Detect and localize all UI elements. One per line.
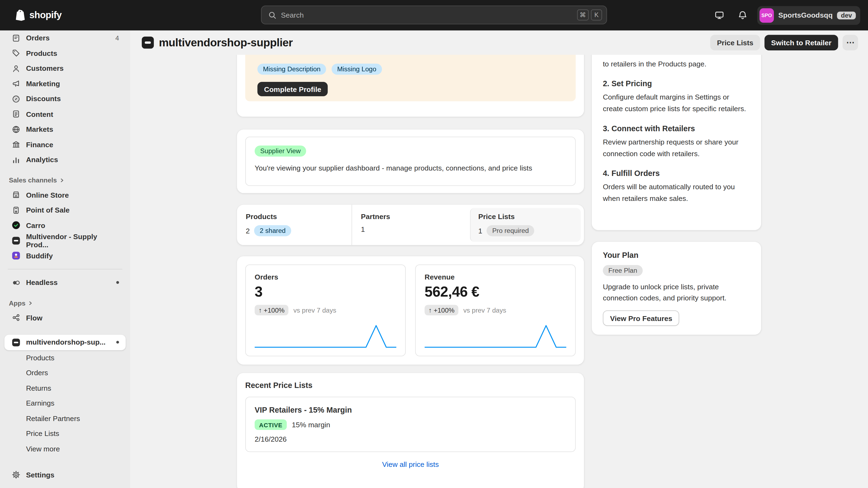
setup-guide-card: to retailers in the Products page. 2. Se… [592,55,761,230]
analytics-bars-icon [11,155,21,165]
orders-metric: Orders 3 ↑ +100% vs prev 7 days [245,265,406,357]
sidebar-item-headless[interactable]: Headless [4,275,126,290]
sidebar-item-label: Multivendor - Supply Prod... [26,232,119,249]
content-doc-icon [11,109,21,119]
notifications-bell-icon[interactable] [734,6,752,24]
sidebar-item-flow[interactable]: Flow [4,310,126,325]
sidebar-item-label: Finance [26,140,53,149]
store-account-chip[interactable]: SPO SportsGoodsqq dev [757,6,860,24]
shopify-bag-icon [14,9,26,22]
complete-profile-button[interactable]: Complete Profile [257,82,328,96]
sidebar-item-markets[interactable]: Markets [4,122,126,137]
sidebar-subitem-retailer-partners[interactable]: Retailer Partners [4,411,126,426]
status-dot [116,281,119,284]
supplier-view-card: Supplier View You're viewing your suppli… [237,130,584,193]
sidebar-item-multivendor-channel[interactable]: Multivendor - Supply Prod... [4,233,126,248]
sidebar-subitem-orders[interactable]: Orders [4,365,126,380]
stat-partners-value: 1 [361,225,365,234]
store-avatar: SPO [760,8,774,23]
stat-products-value: 2 [246,227,250,235]
missing-description-badge: Missing Description [257,64,326,75]
sidebar-item-label: Point of Sale [26,206,70,215]
sidebar-item-customers[interactable]: Customers [4,61,126,76]
search-placeholder: Search [281,11,575,19]
page-header: multivendorshop-supplier Price Lists Swi… [130,30,868,55]
price-list-margin: 15% margin [292,421,330,429]
sidebar-item-content[interactable]: Content [4,106,126,122]
topbar-right: SPO SportsGoodsqq dev [711,6,860,24]
setup-step2-text: Configure default margins in Settings or… [603,92,750,115]
dev-badge: dev [837,11,856,19]
sidebar-subitem-price-lists[interactable]: Price Lists [4,426,126,441]
sidebar-item-discounts[interactable]: Discounts [4,91,126,106]
chevron-right-icon [60,178,64,183]
sidebar-subitem-returns[interactable]: Returns [4,380,126,395]
sidebar-divider [8,269,122,269]
topbar: shopify Search ⌘ K SPO SportsGoodsqq dev [0,0,868,30]
sidebar-item-label: Carro [26,221,45,230]
plan-description: Upgrade to unlock price lists, private c… [603,282,750,304]
setup-step3-title: 3. Connect with Retailers [603,123,750,133]
multivendor-app-icon [11,236,21,246]
header-actions: Price Lists Switch to Retailer ⋯ [710,35,858,51]
sidebar-item-analytics[interactable]: Analytics [4,152,126,167]
carro-app-icon [11,221,21,230]
apps-section-header[interactable]: Apps [9,299,121,307]
store-name: SportsGoodsqq [778,11,833,20]
your-plan-title: Your Plan [603,251,750,259]
sidebar-subitem-earnings[interactable]: Earnings [4,395,126,411]
sidebar-item-label: Online Store [26,191,69,199]
shopify-wordmark: shopify [29,10,62,21]
sidebar-nav: Orders 4 Products Customers Marketing Di… [0,30,130,488]
sidebar-item-label: Marketing [26,79,60,88]
revenue-compare-label: vs prev 7 days [463,306,506,314]
sidebar-item-point-of-sale[interactable]: Point of Sale [4,202,126,218]
more-actions-button[interactable]: ⋯ [842,35,858,51]
buddify-app-icon [11,251,21,261]
markets-globe-icon [11,125,21,134]
online-store-icon [11,190,21,200]
sidebar-item-multivendorshop-supplier-active[interactable]: multivendorshop-sup... [4,335,126,350]
sidebar-item-label: Orders [26,34,50,42]
orders-change-badge: ↑ +100% [255,305,289,315]
sidebar-item-online-store[interactable]: Online Store [4,187,126,202]
sidebar-item-label: Headless [26,279,58,287]
switch-to-retailer-button[interactable]: Switch to Retailer [764,35,838,51]
sidebar-item-marketing[interactable]: Marketing [4,76,126,91]
sidebar-item-buddify[interactable]: Buddify [4,248,126,263]
orders-count-badge: 4 [115,34,119,42]
price-list-item[interactable]: VIP Retailers - 15% Margin ACTIVE 15% ma… [245,397,576,452]
sidebar-item-products[interactable]: Products [4,45,126,61]
sidebar-item-carro[interactable]: Carro [4,218,126,233]
sidebar-item-label: multivendorshop-sup... [26,338,105,347]
missing-logo-badge: Missing Logo [332,64,382,75]
multivendor-app-icon [11,337,21,347]
view-all-price-lists-link[interactable]: View all price lists [245,452,576,477]
price-list-date: 2/16/2026 [255,435,566,443]
recent-price-lists-title: Recent Price Lists [245,381,576,390]
active-status-badge: ACTIVE [255,419,287,430]
sales-channels-section-header[interactable]: Sales channels [9,176,121,185]
setup-step2-title: 2. Set Pricing [603,78,750,89]
sidebar-subitem-products[interactable]: Products [4,350,126,365]
status-dot [116,341,119,344]
shared-products-badge: 2 shared [254,225,291,236]
right-column: to retailers in the Products page. 2. Se… [592,55,761,335]
setup-step1-text-clipped: to retailers in the Products page. [603,59,750,70]
main-area: multivendorshop-supplier Price Lists Swi… [130,30,868,488]
setup-step3-text: Review partnership requests or share you… [603,137,750,159]
pos-device-icon [11,205,21,215]
shopify-logo[interactable]: shopify [14,9,62,22]
sidebar-item-finance[interactable]: Finance [4,137,126,152]
search-bar[interactable]: Search ⌘ K [261,5,607,24]
monitor-icon[interactable] [711,6,728,24]
sidebar-item-settings[interactable]: Settings [4,467,126,482]
sidebar-item-label: Flow [26,314,42,322]
price-lists-button[interactable]: Price Lists [710,35,760,51]
content-scroll-area[interactable]: Missing Description Missing Logo Complet… [130,55,868,488]
view-pro-features-button[interactable]: View Pro Features [603,311,680,326]
sidebar-subitem-view-more[interactable]: View more [4,442,126,457]
center-column: Missing Description Missing Logo Complet… [237,55,584,488]
setup-step4-text: Orders will be automatically routed to y… [603,182,750,204]
sidebar-item-orders[interactable]: Orders 4 [4,30,126,45]
